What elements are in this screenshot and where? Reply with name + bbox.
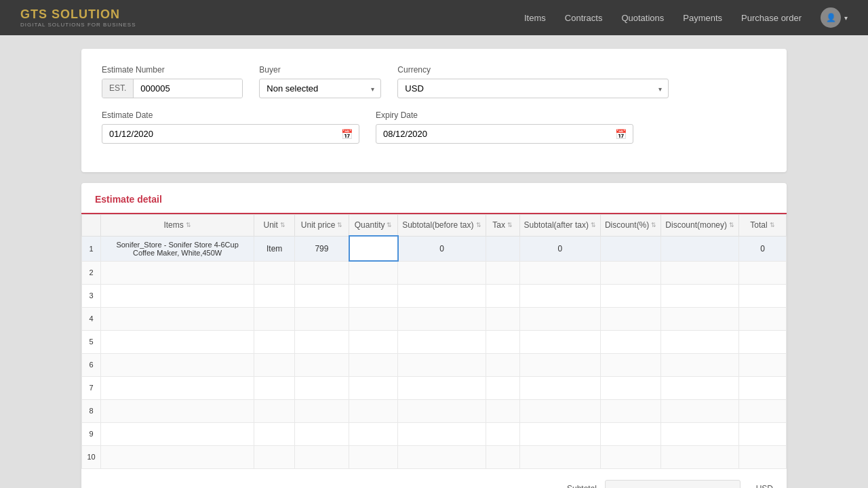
row-unit[interactable] bbox=[254, 376, 295, 399]
row-discount-pct[interactable] bbox=[600, 307, 660, 330]
row-unit[interactable]: Item bbox=[254, 236, 295, 261]
row-subtotal-after[interactable] bbox=[519, 261, 600, 284]
subtotal-input[interactable] bbox=[605, 480, 741, 489]
user-avatar[interactable]: 👤 bbox=[821, 7, 841, 28]
row-unit-price[interactable] bbox=[295, 330, 349, 353]
row-unit[interactable] bbox=[254, 422, 295, 445]
user-menu[interactable]: 👤 ▾ bbox=[821, 7, 848, 28]
row-tax[interactable] bbox=[486, 422, 519, 445]
estimate-date-input[interactable] bbox=[102, 124, 359, 144]
nav-payments[interactable]: Payments bbox=[683, 13, 722, 23]
row-subtotal-before[interactable] bbox=[398, 284, 486, 307]
row-discount-pct[interactable] bbox=[600, 236, 660, 261]
row-unit[interactable] bbox=[254, 353, 295, 376]
row-subtotal-before[interactable] bbox=[398, 353, 486, 376]
row-unit-price[interactable] bbox=[295, 399, 349, 422]
row-subtotal-after[interactable]: 0 bbox=[519, 236, 600, 261]
row-tax[interactable] bbox=[486, 353, 519, 376]
row-tax[interactable] bbox=[486, 376, 519, 399]
currency-select[interactable]: USD bbox=[397, 79, 669, 98]
row-subtotal-after[interactable] bbox=[519, 445, 600, 468]
row-discount-pct[interactable] bbox=[600, 284, 660, 307]
quantity-input[interactable] bbox=[353, 268, 393, 277]
row-subtotal-before[interactable] bbox=[398, 330, 486, 353]
row-subtotal-after[interactable] bbox=[519, 307, 600, 330]
row-quantity[interactable] bbox=[349, 376, 398, 399]
nav-items[interactable]: Items bbox=[524, 13, 546, 23]
estimate-number-input[interactable] bbox=[134, 79, 242, 98]
row-quantity[interactable] bbox=[349, 399, 398, 422]
quantity-input[interactable] bbox=[353, 360, 393, 369]
row-discount-money[interactable] bbox=[661, 236, 739, 261]
row-quantity[interactable] bbox=[349, 422, 398, 445]
nav-purchase-order[interactable]: Purchase order bbox=[741, 13, 802, 23]
row-tax[interactable] bbox=[486, 330, 519, 353]
col-unit-price[interactable]: Unit price ⇅ bbox=[295, 215, 349, 237]
row-item[interactable]: Sonifer_Store - Sonifer Store 4-6Cup Cof… bbox=[101, 236, 254, 261]
quantity-input[interactable] bbox=[354, 244, 393, 253]
col-items[interactable]: Items ⇅ bbox=[101, 215, 254, 237]
col-unit[interactable]: Unit ⇅ bbox=[254, 215, 295, 237]
row-discount-pct[interactable] bbox=[600, 399, 660, 422]
row-discount-money[interactable] bbox=[661, 307, 739, 330]
row-unit-price[interactable] bbox=[295, 422, 349, 445]
col-subtotal-after[interactable]: Subtotal(after tax) ⇅ bbox=[519, 215, 600, 237]
row-discount-money[interactable] bbox=[661, 376, 739, 399]
row-unit-price[interactable]: 799 bbox=[295, 236, 349, 261]
row-discount-money[interactable] bbox=[661, 330, 739, 353]
row-total[interactable] bbox=[739, 284, 787, 307]
row-item[interactable] bbox=[101, 330, 254, 353]
expiry-date-input[interactable] bbox=[376, 124, 633, 144]
row-discount-pct[interactable] bbox=[600, 445, 660, 468]
quantity-input[interactable] bbox=[353, 429, 393, 439]
row-subtotal-before[interactable] bbox=[398, 376, 486, 399]
col-discount-pct[interactable]: Discount(%) ⇅ bbox=[600, 215, 660, 237]
row-quantity[interactable] bbox=[349, 330, 398, 353]
row-discount-pct[interactable] bbox=[600, 422, 660, 445]
row-subtotal-before[interactable] bbox=[398, 445, 486, 468]
row-total[interactable] bbox=[739, 353, 787, 376]
row-quantity[interactable] bbox=[349, 307, 398, 330]
row-subtotal-before[interactable] bbox=[398, 422, 486, 445]
row-unit[interactable] bbox=[254, 284, 295, 307]
row-subtotal-before[interactable] bbox=[398, 307, 486, 330]
row-unit[interactable] bbox=[254, 261, 295, 284]
row-discount-pct[interactable] bbox=[600, 376, 660, 399]
row-subtotal-after[interactable] bbox=[519, 330, 600, 353]
quantity-input[interactable] bbox=[353, 291, 393, 300]
row-discount-money[interactable] bbox=[661, 284, 739, 307]
row-unit[interactable] bbox=[254, 307, 295, 330]
row-tax[interactable] bbox=[486, 284, 519, 307]
row-item[interactable] bbox=[101, 261, 254, 284]
row-total[interactable] bbox=[739, 376, 787, 399]
row-unit-price[interactable] bbox=[295, 445, 349, 468]
row-item[interactable] bbox=[101, 376, 254, 399]
row-quantity[interactable] bbox=[349, 236, 398, 261]
row-unit[interactable] bbox=[254, 445, 295, 468]
col-total[interactable]: Total ⇅ bbox=[739, 215, 787, 237]
row-item[interactable] bbox=[101, 445, 254, 468]
row-quantity[interactable] bbox=[349, 353, 398, 376]
row-discount-money[interactable] bbox=[661, 445, 739, 468]
nav-contracts[interactable]: Contracts bbox=[565, 13, 603, 23]
row-discount-money[interactable] bbox=[661, 422, 739, 445]
quantity-input[interactable] bbox=[353, 383, 393, 392]
row-tax[interactable] bbox=[486, 399, 519, 422]
row-subtotal-after[interactable] bbox=[519, 376, 600, 399]
row-unit[interactable] bbox=[254, 399, 295, 422]
row-total[interactable] bbox=[739, 307, 787, 330]
quantity-input[interactable] bbox=[353, 314, 393, 323]
row-discount-pct[interactable] bbox=[600, 353, 660, 376]
row-total[interactable] bbox=[739, 422, 787, 445]
col-quantity[interactable]: Quantity ⇅ bbox=[349, 215, 398, 237]
col-subtotal-before[interactable]: Subtotal(before tax) ⇅ bbox=[398, 215, 486, 237]
row-total[interactable] bbox=[739, 330, 787, 353]
row-item[interactable] bbox=[101, 307, 254, 330]
row-total[interactable]: 0 bbox=[739, 236, 787, 261]
row-subtotal-before[interactable]: 0 bbox=[398, 236, 486, 261]
row-quantity[interactable] bbox=[349, 445, 398, 468]
row-discount-money[interactable] bbox=[661, 399, 739, 422]
row-total[interactable] bbox=[739, 399, 787, 422]
row-unit[interactable] bbox=[254, 330, 295, 353]
row-subtotal-before[interactable] bbox=[398, 261, 486, 284]
